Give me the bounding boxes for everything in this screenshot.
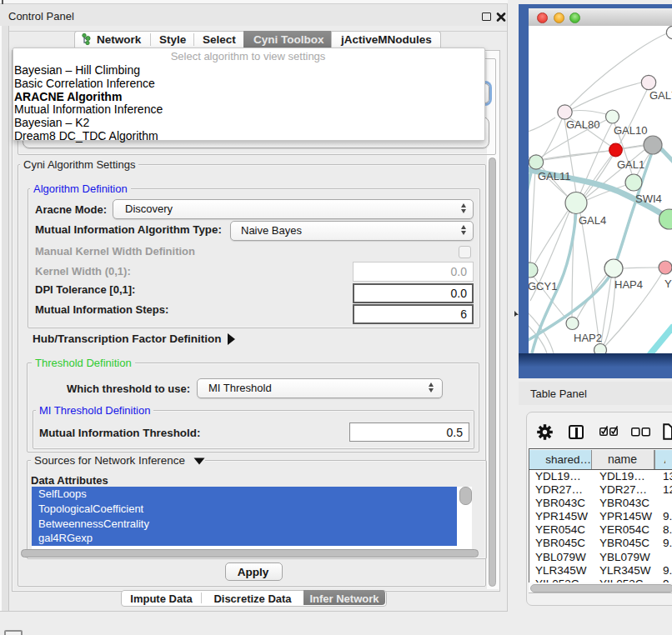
svg-text:GAL4: GAL4: [579, 214, 606, 227]
svg-text:HAP2: HAP2: [574, 332, 602, 344]
svg-text:HAP4: HAP4: [614, 278, 643, 291]
svg-text:GAL80: GAL80: [566, 118, 599, 131]
svg-text:GAL7: GAL7: [649, 89, 672, 102]
svg-text:SWI4: SWI4: [635, 192, 662, 205]
svg-text:GCY1: GCY1: [529, 280, 557, 292]
svg-text:GAL10: GAL10: [614, 124, 647, 137]
svg-text:Y: Y: [664, 278, 672, 290]
svg-text:GAL11: GAL11: [538, 170, 571, 182]
svg-text:GAL1: GAL1: [617, 158, 644, 171]
